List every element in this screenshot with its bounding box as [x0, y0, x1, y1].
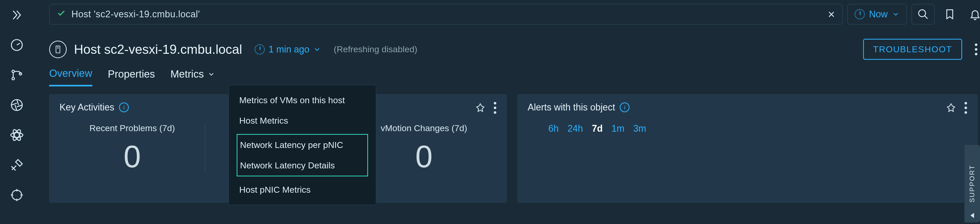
panels-row: Key Activities i Recent Problems (7d) 0 …	[33, 86, 980, 203]
metric-value: 0	[415, 141, 433, 172]
expand-icon[interactable]	[10, 8, 24, 22]
svg-point-2	[12, 77, 14, 79]
svg-point-9	[919, 10, 926, 17]
global-search-button[interactable]	[912, 4, 935, 25]
panel-more-menu[interactable]	[493, 102, 496, 114]
check-icon	[57, 9, 66, 20]
svg-point-5	[11, 133, 23, 138]
dd-highlight-group: Network Latency per pNIC Network Latency…	[237, 134, 368, 176]
target-icon[interactable]	[10, 188, 24, 202]
page-title: Host sc2-vesxi-19.cmbu.local	[74, 42, 242, 57]
time-7d[interactable]: 7d	[592, 123, 603, 134]
pin-icon[interactable]	[475, 102, 486, 113]
tools-icon[interactable]	[10, 158, 24, 172]
dd-host-metrics[interactable]: Host Metrics	[229, 110, 376, 131]
left-nav-rail	[0, 0, 33, 224]
clock-icon	[255, 44, 265, 55]
atom-icon[interactable]	[10, 128, 24, 142]
context-search-text: Host 'sc2-vesxi-19.cmbu.local'	[72, 9, 822, 20]
page-more-menu[interactable]	[975, 43, 978, 56]
time-24h[interactable]: 24h	[568, 123, 583, 134]
metric-value: 0	[124, 141, 141, 172]
alerts-time-filter: 6h 24h 7d 1m 3m	[528, 123, 967, 134]
info-icon[interactable]: i	[119, 102, 129, 112]
metric-label: vMotion Changes (7d)	[381, 123, 468, 133]
refresh-note: (Refreshing disabled)	[334, 44, 417, 54]
chevron-down-icon	[207, 70, 215, 78]
support-tab[interactable]: SUPPORT	[964, 145, 980, 222]
tab-overview[interactable]: Overview	[49, 68, 92, 86]
time-6h[interactable]: 6h	[548, 123, 559, 134]
panel-more-menu[interactable]	[964, 102, 967, 114]
panel-alerts-actions	[946, 102, 967, 114]
aperture-icon[interactable]	[10, 98, 24, 112]
support-tab-label: SUPPORT	[968, 165, 976, 203]
refresh-age-text: 1 min ago	[269, 44, 309, 55]
top-bar: Host 'sc2-vesxi-19.cmbu.local' × Now	[33, 0, 980, 29]
svg-point-1	[12, 70, 14, 72]
dd-metrics-vms[interactable]: Metrics of VMs on this host	[229, 90, 376, 110]
refresh-age-chip[interactable]: 1 min ago	[255, 44, 321, 55]
chevron-down-icon	[313, 45, 321, 54]
branch-icon[interactable]	[10, 68, 24, 82]
metrics-dropdown: Metrics of VMs on this host Host Metrics…	[229, 85, 376, 205]
panel-alerts: Alerts with this object i 6h 24h 7d 1m 3…	[517, 94, 978, 203]
panel-alerts-header: Alerts with this object i	[528, 102, 967, 113]
tab-metrics-label: Metrics	[170, 68, 204, 80]
notifications-button[interactable]	[965, 4, 980, 25]
gauge-icon[interactable]	[10, 38, 24, 52]
page-header: Host sc2-vesxi-19.cmbu.local 1 min ago (…	[33, 29, 980, 68]
metric-recent-problems: Recent Problems (7d) 0	[59, 123, 205, 172]
tab-properties[interactable]: Properties	[108, 68, 155, 86]
svg-point-4	[11, 100, 22, 110]
troubleshoot-button[interactable]: TROUBLESHOOT	[863, 39, 962, 60]
time-now-label: Now	[869, 9, 888, 20]
time-3m[interactable]: 3m	[633, 123, 646, 134]
clock-icon	[854, 9, 865, 19]
clear-context-icon[interactable]: ×	[828, 8, 835, 20]
bookmark-button[interactable]	[939, 4, 960, 25]
time-now-button[interactable]: Now	[847, 4, 907, 25]
panel-alerts-title: Alerts with this object	[528, 102, 615, 113]
panel-key-activities-actions	[475, 102, 496, 114]
info-icon[interactable]: i	[620, 102, 630, 112]
metric-label: Recent Problems (7d)	[89, 123, 175, 133]
pin-icon[interactable]	[946, 102, 956, 113]
context-search[interactable]: Host 'sc2-vesxi-19.cmbu.local' ×	[49, 4, 843, 25]
host-icon	[49, 41, 67, 58]
page-tabs: Overview Properties Metrics Metrics of V…	[33, 68, 980, 86]
panel-key-activities-title: Key Activities	[59, 102, 114, 113]
dd-pnic-metrics[interactable]: Host pNIC Metrics	[229, 180, 376, 200]
chevron-down-icon	[892, 10, 900, 18]
dd-latency-pnic[interactable]: Network Latency per pNIC	[237, 135, 367, 155]
dd-latency-details[interactable]: Network Latency Details	[237, 155, 367, 176]
svg-point-8	[12, 190, 21, 200]
main-column: Host 'sc2-vesxi-19.cmbu.local' × Now Hos…	[33, 0, 980, 224]
tab-metrics[interactable]: Metrics	[170, 68, 215, 86]
time-1m[interactable]: 1m	[611, 123, 624, 134]
